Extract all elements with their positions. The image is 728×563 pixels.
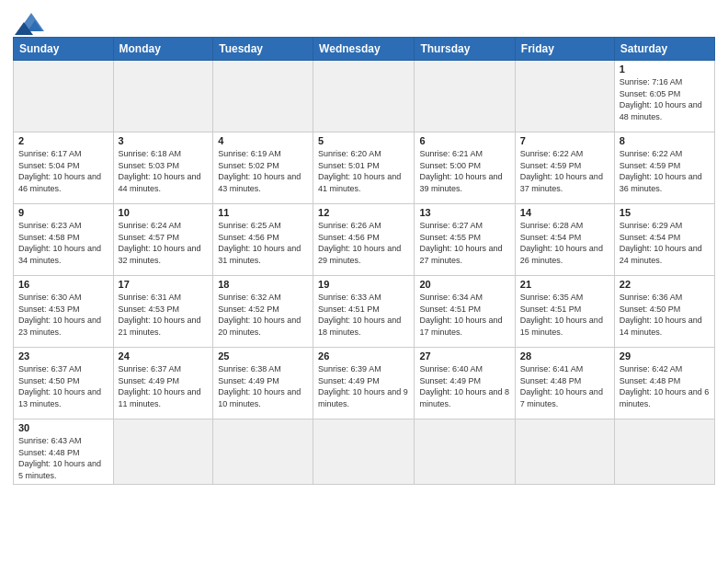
day-info: Sunrise: 6:33 AM Sunset: 4:51 PM Dayligh…: [318, 292, 409, 338]
calendar-cell: 2Sunrise: 6:17 AM Sunset: 5:04 PM Daylig…: [14, 132, 114, 204]
day-number: 21: [520, 279, 609, 290]
calendar-cell: 20Sunrise: 6:34 AM Sunset: 4:51 PM Dayli…: [415, 276, 515, 348]
calendar-cell: [313, 61, 415, 132]
day-info: Sunrise: 6:35 AM Sunset: 4:51 PM Dayligh…: [520, 292, 609, 338]
day-number: 30: [18, 422, 108, 433]
day-info: Sunrise: 6:36 AM Sunset: 4:50 PM Dayligh…: [620, 292, 710, 338]
calendar-cell: 10Sunrise: 6:24 AM Sunset: 4:57 PM Dayli…: [113, 204, 213, 276]
weekday-header-saturday: Saturday: [614, 38, 714, 61]
day-number: 9: [18, 207, 108, 218]
day-info: Sunrise: 6:41 AM Sunset: 4:48 PM Dayligh…: [520, 363, 609, 409]
calendar-cell: 12Sunrise: 6:26 AM Sunset: 4:56 PM Dayli…: [313, 204, 415, 276]
day-info: Sunrise: 6:22 AM Sunset: 4:59 PM Dayligh…: [620, 148, 710, 194]
calendar-cell: 7Sunrise: 6:22 AM Sunset: 4:59 PM Daylig…: [515, 132, 614, 204]
calendar-week-row: 30Sunrise: 6:43 AM Sunset: 4:48 PM Dayli…: [14, 419, 715, 485]
day-number: 7: [520, 135, 609, 146]
weekday-header-wednesday: Wednesday: [313, 38, 415, 61]
day-info: Sunrise: 6:21 AM Sunset: 5:00 PM Dayligh…: [419, 148, 509, 194]
day-number: 6: [419, 135, 509, 146]
day-number: 22: [620, 279, 710, 290]
calendar-cell: 28Sunrise: 6:41 AM Sunset: 4:48 PM Dayli…: [515, 348, 614, 419]
day-number: 27: [419, 350, 509, 362]
day-info: Sunrise: 6:30 AM Sunset: 4:53 PM Dayligh…: [18, 292, 108, 338]
calendar-cell: [515, 61, 614, 132]
calendar-cell: 24Sunrise: 6:37 AM Sunset: 4:49 PM Dayli…: [113, 348, 213, 419]
day-info: Sunrise: 6:22 AM Sunset: 4:59 PM Dayligh…: [520, 148, 609, 194]
day-info: Sunrise: 6:20 AM Sunset: 5:01 PM Dayligh…: [318, 148, 409, 194]
calendar-cell: [14, 61, 114, 132]
day-number: 3: [119, 135, 209, 146]
calendar-week-row: 23Sunrise: 6:37 AM Sunset: 4:50 PM Dayli…: [14, 348, 715, 419]
day-info: Sunrise: 6:24 AM Sunset: 4:57 PM Dayligh…: [119, 220, 209, 266]
calendar-week-row: 16Sunrise: 6:30 AM Sunset: 4:53 PM Dayli…: [14, 276, 715, 348]
calendar-cell: 15Sunrise: 6:29 AM Sunset: 4:54 PM Dayli…: [614, 204, 714, 276]
day-number: 15: [620, 207, 710, 218]
day-info: Sunrise: 6:40 AM Sunset: 4:49 PM Dayligh…: [419, 363, 509, 409]
calendar-cell: [213, 419, 313, 485]
day-number: 29: [620, 350, 710, 362]
day-info: Sunrise: 6:39 AM Sunset: 4:49 PM Dayligh…: [318, 363, 409, 409]
day-number: 25: [218, 350, 308, 362]
calendar-cell: 11Sunrise: 6:25 AM Sunset: 4:56 PM Dayli…: [213, 204, 313, 276]
day-info: Sunrise: 6:27 AM Sunset: 4:55 PM Dayligh…: [419, 220, 509, 266]
calendar-cell: [415, 61, 515, 132]
calendar-cell: [113, 419, 213, 485]
day-info: Sunrise: 6:26 AM Sunset: 4:56 PM Dayligh…: [318, 220, 409, 266]
day-number: 5: [318, 135, 409, 146]
day-number: 18: [218, 279, 308, 290]
calendar-cell: 25Sunrise: 6:38 AM Sunset: 4:49 PM Dayli…: [213, 348, 313, 419]
calendar-cell: 4Sunrise: 6:19 AM Sunset: 5:02 PM Daylig…: [213, 132, 313, 204]
calendar-cell: 18Sunrise: 6:32 AM Sunset: 4:52 PM Dayli…: [213, 276, 313, 348]
day-info: Sunrise: 6:37 AM Sunset: 4:50 PM Dayligh…: [18, 363, 108, 409]
day-number: 23: [18, 350, 108, 362]
calendar-cell: [213, 61, 313, 132]
calendar-cell: 21Sunrise: 6:35 AM Sunset: 4:51 PM Dayli…: [515, 276, 614, 348]
day-info: Sunrise: 6:29 AM Sunset: 4:54 PM Dayligh…: [620, 220, 710, 266]
day-info: Sunrise: 6:42 AM Sunset: 4:48 PM Dayligh…: [620, 363, 710, 409]
day-info: Sunrise: 6:32 AM Sunset: 4:52 PM Dayligh…: [218, 292, 308, 338]
day-number: 26: [318, 350, 409, 362]
logo-icon: [15, 9, 48, 35]
day-number: 13: [419, 207, 509, 218]
page-header: [13, 9, 715, 31]
day-info: Sunrise: 7:16 AM Sunset: 6:05 PM Dayligh…: [620, 76, 710, 122]
calendar-cell: 6Sunrise: 6:21 AM Sunset: 5:00 PM Daylig…: [415, 132, 515, 204]
calendar-cell: 14Sunrise: 6:28 AM Sunset: 4:54 PM Dayli…: [515, 204, 614, 276]
calendar-cell: 23Sunrise: 6:37 AM Sunset: 4:50 PM Dayli…: [14, 348, 114, 419]
weekday-header-sunday: Sunday: [14, 38, 114, 61]
day-info: Sunrise: 6:17 AM Sunset: 5:04 PM Dayligh…: [18, 148, 108, 194]
calendar-cell: 9Sunrise: 6:23 AM Sunset: 4:58 PM Daylig…: [14, 204, 114, 276]
logo: [13, 9, 48, 31]
calendar-cell: 26Sunrise: 6:39 AM Sunset: 4:49 PM Dayli…: [313, 348, 415, 419]
calendar-cell: 29Sunrise: 6:42 AM Sunset: 4:48 PM Dayli…: [614, 348, 714, 419]
calendar-cell: 8Sunrise: 6:22 AM Sunset: 4:59 PM Daylig…: [614, 132, 714, 204]
weekday-header-thursday: Thursday: [415, 38, 515, 61]
calendar-cell: 13Sunrise: 6:27 AM Sunset: 4:55 PM Dayli…: [415, 204, 515, 276]
day-number: 11: [218, 207, 308, 218]
day-number: 8: [620, 135, 710, 146]
day-info: Sunrise: 6:43 AM Sunset: 4:48 PM Dayligh…: [18, 435, 108, 481]
day-info: Sunrise: 6:34 AM Sunset: 4:51 PM Dayligh…: [419, 292, 509, 338]
day-number: 17: [119, 279, 209, 290]
day-info: Sunrise: 6:23 AM Sunset: 4:58 PM Dayligh…: [18, 220, 108, 266]
day-number: 2: [18, 135, 108, 146]
day-number: 24: [119, 350, 209, 362]
calendar-cell: [113, 61, 213, 132]
calendar-cell: 5Sunrise: 6:20 AM Sunset: 5:01 PM Daylig…: [313, 132, 415, 204]
day-number: 28: [520, 350, 609, 362]
day-number: 20: [419, 279, 509, 290]
calendar-header-row: SundayMondayTuesdayWednesdayThursdayFrid…: [14, 38, 715, 61]
calendar-cell: [415, 419, 515, 485]
day-info: Sunrise: 6:28 AM Sunset: 4:54 PM Dayligh…: [520, 220, 609, 266]
calendar-cell: 19Sunrise: 6:33 AM Sunset: 4:51 PM Dayli…: [313, 276, 415, 348]
calendar-table: SundayMondayTuesdayWednesdayThursdayFrid…: [13, 37, 715, 485]
day-number: 14: [520, 207, 609, 218]
weekday-header-monday: Monday: [113, 38, 213, 61]
calendar-cell: [515, 419, 614, 485]
calendar-cell: 3Sunrise: 6:18 AM Sunset: 5:03 PM Daylig…: [113, 132, 213, 204]
calendar-cell: 22Sunrise: 6:36 AM Sunset: 4:50 PM Dayli…: [614, 276, 714, 348]
day-number: 4: [218, 135, 308, 146]
day-number: 12: [318, 207, 409, 218]
day-number: 16: [18, 279, 108, 290]
calendar-week-row: 9Sunrise: 6:23 AM Sunset: 4:58 PM Daylig…: [14, 204, 715, 276]
